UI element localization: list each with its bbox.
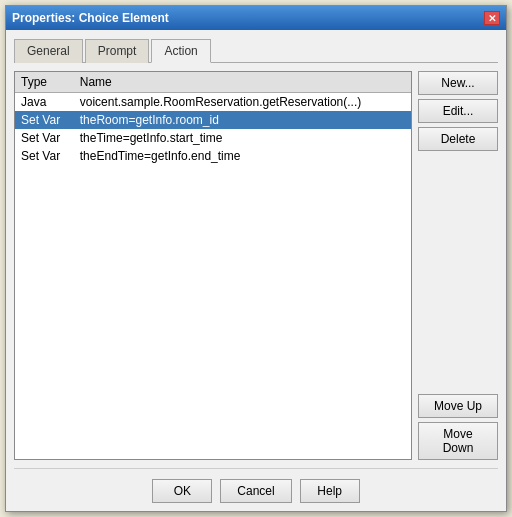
row-name: theTime=getInfo.start_time — [74, 129, 411, 147]
move-up-button[interactable]: Move Up — [418, 394, 498, 418]
action-tab-content: Type Name Javavoicent.sample.RoomReserva… — [14, 71, 498, 503]
window-content: General Prompt Action Type Name Javav — [6, 30, 506, 511]
actions-table: Type Name Javavoicent.sample.RoomReserva… — [15, 72, 411, 165]
table-row[interactable]: Set VartheEndTime=getInfo.end_time — [15, 147, 411, 165]
window-title: Properties: Choice Element — [12, 11, 169, 25]
ok-button[interactable]: OK — [152, 479, 212, 503]
edit-button[interactable]: Edit... — [418, 99, 498, 123]
table-row[interactable]: Javavoicent.sample.RoomReservation.getRe… — [15, 93, 411, 112]
row-type: Set Var — [15, 147, 74, 165]
main-area: Type Name Javavoicent.sample.RoomReserva… — [14, 71, 498, 460]
table-row[interactable]: Set VartheRoom=getInfo.room_id — [15, 111, 411, 129]
tab-action[interactable]: Action — [151, 39, 210, 63]
new-button[interactable]: New... — [418, 71, 498, 95]
actions-table-container[interactable]: Type Name Javavoicent.sample.RoomReserva… — [14, 71, 412, 460]
tab-prompt[interactable]: Prompt — [85, 39, 150, 63]
col-name-header: Name — [74, 72, 411, 93]
help-button[interactable]: Help — [300, 479, 360, 503]
close-button[interactable]: ✕ — [484, 11, 500, 25]
spacer — [418, 155, 498, 390]
footer-buttons: OK Cancel Help — [14, 468, 498, 503]
title-bar: Properties: Choice Element ✕ — [6, 6, 506, 30]
table-row[interactable]: Set VartheTime=getInfo.start_time — [15, 129, 411, 147]
move-down-button[interactable]: Move Down — [418, 422, 498, 460]
row-type: Java — [15, 93, 74, 112]
row-name: theRoom=getInfo.room_id — [74, 111, 411, 129]
row-name: voicent.sample.RoomReservation.getReserv… — [74, 93, 411, 112]
row-type: Set Var — [15, 129, 74, 147]
tab-general[interactable]: General — [14, 39, 83, 63]
col-type-header: Type — [15, 72, 74, 93]
tabs-bar: General Prompt Action — [14, 38, 498, 63]
main-window: Properties: Choice Element ✕ General Pro… — [5, 5, 507, 512]
cancel-button[interactable]: Cancel — [220, 479, 291, 503]
action-buttons-panel: New... Edit... Delete Move Up Move Down — [418, 71, 498, 460]
delete-button[interactable]: Delete — [418, 127, 498, 151]
row-type: Set Var — [15, 111, 74, 129]
row-name: theEndTime=getInfo.end_time — [74, 147, 411, 165]
